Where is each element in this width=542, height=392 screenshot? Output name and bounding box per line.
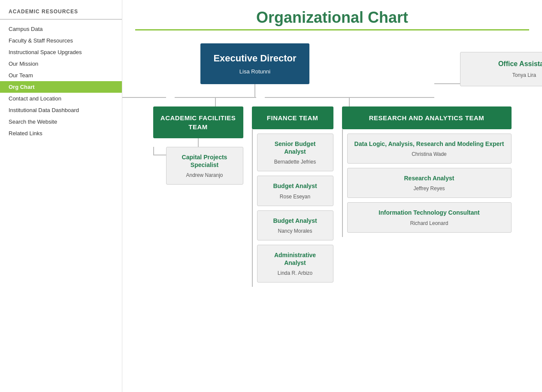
exec-title: Executive Director <box>213 53 296 64</box>
academic-staff-0: Capital Projects Specialist Andrew Naran… <box>166 147 243 185</box>
research-staff-2-title: Information Technology Consultant <box>354 209 505 216</box>
research-staff-list: Data Logic, Analysis, Research and Model… <box>343 129 512 237</box>
sidebar-nav: Campus DataFaculty & Staff ResourcesInst… <box>0 23 122 139</box>
research-staff-1-title: Research Analyst <box>354 174 505 182</box>
exec-vconn <box>254 84 255 97</box>
research-staff-wrapper: Data Logic, Analysis, Research and Model… <box>342 129 512 237</box>
finance-staff-0: Senior Budget Analyst Bernadette Jefries <box>257 134 333 171</box>
sidebar-item-org-chart[interactable]: Org Chart <box>0 81 122 93</box>
finance-team-card: FINANCE TEAM <box>252 106 333 129</box>
research-team-col: RESEARCH AND ANALYTICS TEAM Data Logic, … <box>342 106 512 237</box>
finance-staff-3: Administrative Analyst Linda R. Arbizo <box>257 245 333 283</box>
sidebar-item-contact-and-location[interactable]: Contact and Location <box>0 93 122 104</box>
oa-section: Office Assistant Tonya Lira <box>460 43 542 106</box>
academic-staff-vconn <box>198 138 199 147</box>
finance-staff-1: Budget Analyst Rose Eseyan <box>257 176 333 206</box>
sidebar-section-title: ACADEMIC RESOURCES <box>0 9 122 20</box>
page-title: Organizational Chart <box>135 9 529 27</box>
sidebar-item-related-links[interactable]: Related Links <box>0 128 122 139</box>
finance-staff-0-name: Bernadette Jefries <box>263 159 327 165</box>
research-staff-0-name: Christina Wade <box>354 151 505 157</box>
research-team-card: RESEARCH AND ANALYTICS TEAM <box>342 106 512 129</box>
sidebar-item-our-mission[interactable]: Our Mission <box>0 58 122 70</box>
finance-staff-3-name: Linda R. Arbizo <box>263 270 327 276</box>
research-team-title: RESEARCH AND ANALYTICS TEAM <box>348 113 506 122</box>
finance-staff-0-title: Senior Budget Analyst <box>263 140 327 155</box>
finance-staff-2-name: Nancy Morales <box>263 228 327 234</box>
h-conn-left <box>122 97 166 98</box>
finance-staff-2: Budget Analyst Nancy Morales <box>257 210 333 240</box>
research-staff-1-name: Jeffrey Reyes <box>354 185 505 191</box>
sidebar-item-our-team[interactable]: Our Team <box>0 70 122 81</box>
academic-team-col: ACADEMIC FACILITIES TEAM Capital Project… <box>153 106 243 185</box>
finance-team-title: FINANCE TEAM <box>258 113 327 122</box>
finance-staff-3-title: Administrative Analyst <box>263 251 327 267</box>
exec-director-card: Executive Director Lisa Rotunni <box>200 43 309 84</box>
academic-team-title: ACADEMIC FACILITIES TEAM <box>159 113 237 131</box>
oa-align: Office Assistant Tonya Lira <box>460 52 542 86</box>
academic-staff-corner <box>153 147 166 155</box>
academic-staff-conn: Capital Projects Specialist Andrew Naran… <box>153 147 243 185</box>
sidebar-item-instructional-space-upgrades[interactable]: Instructional Space Upgrades <box>0 46 122 58</box>
research-staff-2: Information Technology Consultant Richar… <box>347 202 512 232</box>
research-staff-0: Data Logic, Analysis, Research and Model… <box>347 134 512 164</box>
office-assistant-card: Office Assistant Tonya Lira <box>460 52 542 86</box>
exec-oa-hconn <box>434 61 460 106</box>
sidebar-item-institutional-data-dashboard[interactable]: Institutional Data Dashboard <box>0 104 122 116</box>
sidebar: ACADEMIC RESOURCES Campus DataFaculty & … <box>0 0 122 392</box>
finance-team-col: FINANCE TEAM Senior Budget Analyst Berna… <box>252 106 333 287</box>
sidebar-item-campus-data[interactable]: Campus Data <box>0 23 122 35</box>
v-conn-research <box>349 98 350 106</box>
sidebar-item-search-the-website[interactable]: Search the Website <box>0 116 122 128</box>
finance-staff-wrapper: Senior Budget Analyst Bernadette Jefries… <box>252 129 333 287</box>
title-divider <box>135 29 529 30</box>
research-staff-2-name: Richard Leonard <box>354 220 505 226</box>
sidebar-item-faculty-staff-resources[interactable]: Faculty & Staff Resources <box>0 35 122 46</box>
finance-staff-1-name: Rose Eseyan <box>263 194 327 200</box>
exec-name: Lisa Rotunni <box>213 68 296 75</box>
finance-staff-2-title: Budget Analyst <box>263 217 327 225</box>
academic-team-card: ACADEMIC FACILITIES TEAM <box>153 106 243 138</box>
h-conn-oa <box>434 83 460 84</box>
teams-row: ACADEMIC FACILITIES TEAM Capital Project… <box>153 106 512 287</box>
org-chart: Executive Director Lisa Rotunni <box>135 43 529 287</box>
v-conn-finance <box>215 98 216 106</box>
oa-name: Tonya Lira <box>469 72 542 78</box>
academic-staff-0-title: Capital Projects Specialist <box>173 153 237 169</box>
teams-h-connector-row <box>122 97 434 106</box>
finance-staff-1-title: Budget Analyst <box>263 182 327 190</box>
finance-staff-list: Senior Budget Analyst Bernadette Jefries… <box>253 129 333 287</box>
research-staff-1: Research Analyst Jeffrey Reyes <box>347 168 512 198</box>
main-content: Organizational Chart Executive Director … <box>122 0 542 392</box>
research-staff-0-title: Data Logic, Analysis, Research and Model… <box>354 140 505 148</box>
academic-staff-card-wrapper: Capital Projects Specialist Andrew Naran… <box>166 147 243 185</box>
academic-staff-0-name: Andrew Naranjo <box>173 172 237 178</box>
oa-title: Office Assistant <box>469 60 542 68</box>
